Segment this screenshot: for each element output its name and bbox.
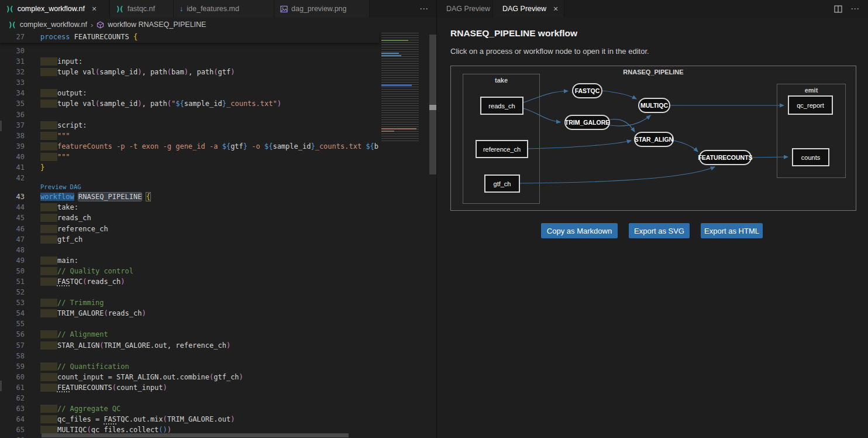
code-line[interactable]: 36 (0, 110, 379, 120)
line-number: 59 (0, 361, 25, 372)
line-number: 37 (0, 120, 25, 131)
close-icon[interactable]: × (553, 5, 558, 13)
code-line[interactable]: 55 (0, 319, 379, 329)
minimap-mark (381, 55, 401, 56)
code-line[interactable]: 41} (0, 162, 379, 173)
horizontal-scrollbar-thumb[interactable] (42, 433, 349, 437)
code-line[interactable]: 60 count_input = STAR_ALIGN.out.combine(… (0, 372, 379, 382)
line-number: 38 (0, 131, 25, 141)
code-line[interactable]: 43workflow RNASEQ_PIPELINE { (0, 191, 379, 202)
dag-node-TRIM_GALORE[interactable]: TRIM_GALORE (564, 115, 610, 130)
code-line[interactable]: 54 TRIM_GALORE(reads_ch) (0, 308, 379, 319)
tab-ide-features[interactable]: ↓ ide_features.md (174, 0, 274, 18)
code-line[interactable]: 47 gtf_ch (0, 234, 379, 245)
code-line[interactable]: 33 (0, 77, 379, 88)
line-number: 54 (0, 308, 25, 319)
tab-dag-preview-active[interactable]: DAG Preview × (493, 0, 564, 18)
code-line[interactable]: 51 FASTQC(reads_ch) (0, 276, 379, 287)
line-number: 47 (0, 234, 25, 245)
code-line[interactable]: 58 (0, 351, 379, 361)
code-line[interactable]: 57 STAR_ALIGN(TRIM_GALORE.out, reference… (0, 340, 379, 351)
code-line[interactable]: 46 reference_ch (0, 224, 379, 234)
code-line[interactable]: 37 script: (0, 120, 379, 131)
dag-node-label: TRIM_GALORE (565, 119, 609, 126)
export-as-html-button[interactable]: Export as HTML (701, 223, 763, 238)
dag-node-reference_ch[interactable]: reference_ch (476, 140, 528, 158)
line-number: 62 (0, 393, 25, 403)
sticky-line[interactable]: 27 process FEATURECOUNTS { (0, 32, 379, 43)
split-editor-icon[interactable] (834, 5, 842, 13)
code-line[interactable]: 45 reads_ch (0, 213, 379, 223)
tab-label: dag_preview.png (291, 5, 347, 13)
code-line[interactable]: 53 // Trimming (0, 297, 379, 308)
gutter-decoration (0, 381, 2, 391)
close-icon[interactable]: × (92, 5, 97, 13)
minimap[interactable] (379, 32, 429, 438)
tab-fastqc[interactable]: )( fastqc.nf (110, 0, 174, 18)
code-line[interactable]: 50 // Quality control (0, 266, 379, 276)
code-line[interactable]: 62 (0, 393, 379, 403)
dag-node-label: reference_ch (483, 146, 521, 153)
tab-complex-workflow[interactable]: )( complex_workflow.nf × (0, 0, 110, 18)
line-number: 33 (0, 77, 25, 88)
dag-node-STAR_ALIGN[interactable]: STAR_ALIGN (634, 132, 674, 147)
dag-node-FASTQC[interactable]: FASTQC (572, 83, 602, 98)
breadcrumb-symbol[interactable]: workflow RNASEQ_PIPELINE (108, 20, 206, 29)
dag-node-qc_report[interactable]: qc_report (788, 95, 833, 115)
export-as-svg-button[interactable]: Export as SVG (629, 223, 690, 238)
code-line[interactable]: 34 output: (0, 88, 379, 98)
code-line[interactable]: 61 FEATURECOUNTS(count_input) (0, 382, 379, 393)
line-number: 57 (0, 340, 25, 351)
line-number: 45 (0, 213, 25, 223)
tab-dag-preview-inactive[interactable]: DAG Preview (437, 0, 493, 18)
copy-as-markdown-button[interactable]: Copy as Markdown (541, 223, 618, 238)
code-line[interactable]: 39 featureCounts -p -t exon -g gene_id -… (0, 141, 379, 152)
tab-dag-preview-png[interactable]: dag_preview.png (274, 0, 370, 18)
code-line[interactable]: 52 (0, 287, 379, 297)
breadcrumb: )( complex_workflow.nf › workflow RNASEQ… (0, 18, 437, 32)
dag-node-MULTIQC[interactable]: MULTIQC (638, 98, 670, 113)
code-line[interactable]: 30 (0, 46, 379, 56)
editor-group-divider[interactable] (436, 0, 437, 438)
code-line[interactable]: 44 take: (0, 202, 379, 213)
dag-node-gtf_ch[interactable]: gtf_ch (484, 174, 520, 193)
line-number: 34 (0, 88, 25, 98)
code-line[interactable]: 59 // Quantification (0, 361, 379, 372)
line-number: 65 (0, 425, 25, 435)
minimap-mark (381, 53, 399, 54)
code-line[interactable]: 38 """ (0, 131, 379, 141)
dag-node-label: qc_report (797, 102, 824, 109)
line-number: 64 (0, 414, 25, 425)
line-number: 36 (0, 110, 25, 120)
more-actions-icon[interactable]: ⋯ (419, 4, 429, 14)
code-line[interactable]: 63 // Aggregate QC (0, 403, 379, 414)
code-line[interactable]: 40 """ (0, 152, 379, 162)
line-number: 42 (0, 173, 25, 183)
breadcrumb-file[interactable]: complex_workflow.nf (20, 20, 87, 29)
vertical-scrollbar[interactable] (429, 32, 437, 438)
right-tab-bar: DAG Preview DAG Preview × ⋯ (437, 0, 868, 18)
line-number: 51 (0, 276, 25, 287)
code-line[interactable]: 64 qc_files = FASTQC.out.mix(TRIM_GALORE… (0, 414, 379, 425)
code-editor[interactable]: 27 process FEATURECOUNTS { 3031 input:32… (0, 32, 437, 438)
line-number: 48 (0, 245, 25, 255)
dag-node-counts[interactable]: counts (792, 148, 829, 166)
sticky-line-number: 27 (0, 32, 25, 43)
line-number: 56 (0, 329, 25, 340)
code-line[interactable]: 42 (0, 173, 379, 183)
dag-node-label: counts (801, 154, 820, 161)
code-line[interactable]: 32 tuple val(sample_id), path(bam), path… (0, 67, 379, 77)
code-line[interactable]: 31 input: (0, 56, 379, 67)
code-line[interactable]: 48 (0, 245, 379, 255)
dag-node-reads_ch[interactable]: reads_ch (480, 97, 523, 115)
code-line[interactable]: 56 // Alignment (0, 329, 379, 340)
dag-node-FEATURECOUNTS[interactable]: FEATURECOUNTS (699, 150, 752, 165)
dag-preview-panel: RNASEQ_PIPELINE workflow Click on a proc… (437, 18, 868, 438)
more-actions-icon[interactable]: ⋯ (850, 4, 860, 14)
dag-node-label: FEATURECOUNTS (698, 154, 752, 161)
minimap-code-stripes (381, 32, 419, 141)
chevron-right-icon: › (91, 20, 93, 29)
codelens-preview-dag[interactable]: Preview DAG (0, 183, 379, 191)
code-line[interactable]: 49 main: (0, 255, 379, 266)
code-line[interactable]: 35 tuple val(sample_id), path("${sample_… (0, 98, 379, 109)
